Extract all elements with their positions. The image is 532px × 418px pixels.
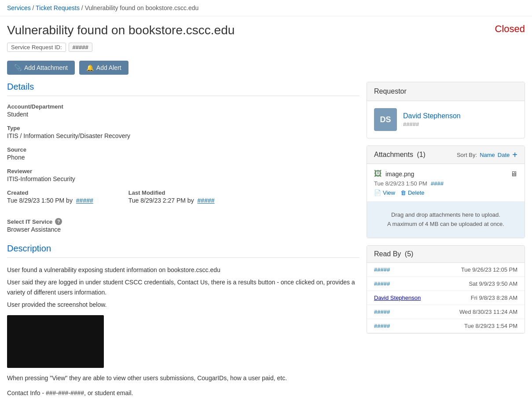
last-modified-by-link[interactable]: ##### — [198, 197, 215, 204]
account-department-label: Account/Department — [7, 103, 360, 110]
drop-zone-line1: Drag and drop attachments here to upload… — [374, 211, 517, 220]
help-icon[interactable]: ? — [55, 218, 62, 225]
left-panel: Details Account/Department Student Type … — [7, 82, 360, 408]
select-it-service-field: Select IT Service ? Browser Assistance — [7, 218, 360, 233]
service-request-id-label: Service Request ID: — [7, 43, 66, 52]
attachment-filename: image.png — [385, 171, 414, 178]
page-title: Vulnerability found on bookstore.cscc.ed… — [7, 23, 235, 37]
right-panel: Requestor DS David Stephenson ##### Atta… — [367, 82, 525, 408]
sort-by-name-link[interactable]: Name — [480, 152, 495, 158]
last-modified-label: Last Modified — [128, 189, 215, 196]
read-by-name-link[interactable]: David Stephenson — [374, 294, 421, 301]
sort-by-label: Sort By: — [457, 152, 477, 158]
delete-label: Delete — [408, 189, 425, 196]
requestor-details: David Stephenson ##### — [403, 112, 461, 127]
last-modified-value: Tue 8/29/23 2:27 PM by ##### — [128, 197, 215, 204]
reviewer-field: Reviewer ITIS-Information Security — [7, 168, 360, 182]
read-by-name: ##### — [367, 305, 439, 319]
breadcrumb-ticket-requests-link[interactable]: Ticket Requests — [36, 4, 80, 11]
requestor-id: ##### — [403, 121, 461, 127]
account-department-value: Student — [7, 111, 360, 118]
created-value: Tue 8/29/23 1:50 PM by ##### — [7, 197, 93, 204]
requestor-info: DS David Stephenson ##### — [374, 108, 517, 131]
read-by-table: #####Tue 9/26/23 12:05 PM#####Sat 9/9/23… — [367, 263, 525, 333]
attachments-card: Attachments (1) Sort By: Name Date + 🖼 i… — [367, 145, 525, 238]
read-by-header: Read By (5) — [367, 246, 525, 263]
attachment-meta: Tue 8/29/23 1:50 PM #### — [374, 180, 517, 187]
attachment-name: 🖼 image.png — [374, 169, 414, 178]
delete-attachment-button[interactable]: 🗑 Delete — [400, 189, 425, 196]
read-by-name: ##### — [367, 263, 439, 277]
attachment-actions: 📄 View 🗑 Delete — [374, 189, 517, 196]
dates-row: Created Tue 8/29/23 1:50 PM by ##### Las… — [7, 189, 360, 211]
paperclip-icon: 📎 — [14, 64, 22, 71]
attachments-title: Attachments (1) — [374, 151, 426, 159]
read-by-row: #####Tue 9/26/23 12:05 PM — [367, 263, 525, 277]
read-by-date: Sat 9/9/23 9:50 AM — [439, 276, 525, 291]
monitor-icon[interactable]: 🖥 — [510, 170, 517, 178]
read-by-row: #####Wed 8/30/23 11:24 AM — [367, 305, 525, 319]
description-line3: User provided the screenshot below. — [7, 300, 360, 309]
reviewer-label: Reviewer — [7, 168, 360, 174]
source-value: Phone — [7, 154, 360, 161]
breadcrumb: Services / Ticket Requests / Vulnerabili… — [0, 0, 532, 16]
read-by-date: Fri 9/8/23 8:28 AM — [439, 291, 525, 305]
page-header: Vulnerability found on bookstore.cscc.ed… — [0, 16, 532, 41]
eye-icon: 📄 — [374, 189, 381, 196]
created-field: Created Tue 8/29/23 1:50 PM by ##### — [7, 189, 93, 204]
add-attachment-button[interactable]: 📎 Add Attachment — [7, 61, 75, 75]
image-file-icon: 🖼 — [374, 169, 382, 178]
drop-zone[interactable]: Drag and drop attachments here to upload… — [367, 202, 525, 238]
add-attachment-plus-button[interactable]: + — [512, 150, 517, 159]
source-field: Source Phone — [7, 146, 360, 161]
created-by-link[interactable]: ##### — [76, 197, 93, 204]
description-image — [7, 315, 104, 368]
type-value: ITIS / Information Security/Disaster Rec… — [7, 132, 360, 139]
view-label: View — [383, 189, 395, 196]
requestor-name-link[interactable]: David Stephenson — [403, 112, 461, 120]
description-line2: User said they are logged in under stude… — [7, 277, 360, 297]
breadcrumb-current: Vulnerability found on bookstore.cscc.ed… — [85, 4, 199, 11]
trash-icon: 🗑 — [400, 189, 406, 196]
sort-by-date-link[interactable]: Date — [498, 152, 510, 158]
read-by-date: Tue 8/29/23 1:54 PM — [439, 319, 525, 333]
view-attachment-button[interactable]: 📄 View — [374, 189, 395, 196]
status-badge: Closed — [495, 23, 525, 35]
last-modified-field: Last Modified Tue 8/29/23 2:27 PM by ###… — [128, 189, 215, 204]
attachment-id-link[interactable]: #### — [431, 180, 444, 187]
add-attachment-label: Add Attachment — [24, 64, 68, 71]
type-field: Type ITIS / Information Security/Disaste… — [7, 125, 360, 139]
description-line5: Contact Info - ###-###-####, or student … — [7, 388, 360, 398]
requestor-card: Requestor DS David Stephenson ##### — [367, 82, 525, 138]
add-alert-button[interactable]: 🔔 Add Alert — [79, 61, 128, 75]
description-title: Description — [7, 244, 360, 258]
read-by-date: Wed 8/30/23 11:24 AM — [439, 305, 525, 319]
read-by-row: David StephensonFri 9/8/23 8:28 AM — [367, 291, 525, 305]
description-line4: When pressing "View" they are able to vi… — [7, 373, 360, 383]
description-section: Description User found a vulnerability e… — [7, 244, 360, 398]
details-section: Details Account/Department Student Type … — [7, 82, 360, 233]
requestor-card-body: DS David Stephenson ##### — [367, 101, 525, 138]
type-label: Type — [7, 125, 360, 131]
add-alert-label: Add Alert — [96, 64, 121, 71]
action-buttons: 📎 Add Attachment 🔔 Add Alert — [0, 57, 532, 82]
service-request-id-value: ##### — [69, 43, 92, 52]
read-by-card: Read By (5) #####Tue 9/26/23 12:05 PM###… — [367, 245, 525, 334]
sort-by-row: Sort By: Name Date + — [457, 150, 517, 159]
read-by-name: ##### — [367, 276, 439, 291]
bell-icon: 🔔 — [86, 64, 94, 71]
created-label: Created — [7, 189, 93, 196]
description-line1: User found a vulnerability exposing stud… — [7, 265, 360, 275]
select-it-service-value: Browser Assistance — [7, 226, 360, 233]
read-by-name: ##### — [367, 319, 439, 333]
main-layout: Details Account/Department Student Type … — [0, 82, 532, 408]
read-by-date: Tue 9/26/23 12:05 PM — [439, 263, 525, 277]
account-department-field: Account/Department Student — [7, 103, 360, 118]
avatar: DS — [374, 108, 397, 131]
description-text: User found a vulnerability exposing stud… — [7, 265, 360, 398]
breadcrumb-services-link[interactable]: Services — [7, 4, 31, 11]
attachment-name-row: 🖼 image.png 🖥 — [374, 169, 517, 178]
attachments-count: (1) — [417, 151, 426, 158]
drop-zone-line2: A maximum of 4 MB can be uploaded at onc… — [374, 220, 517, 229]
attachments-header: Attachments (1) Sort By: Name Date + — [367, 146, 525, 164]
